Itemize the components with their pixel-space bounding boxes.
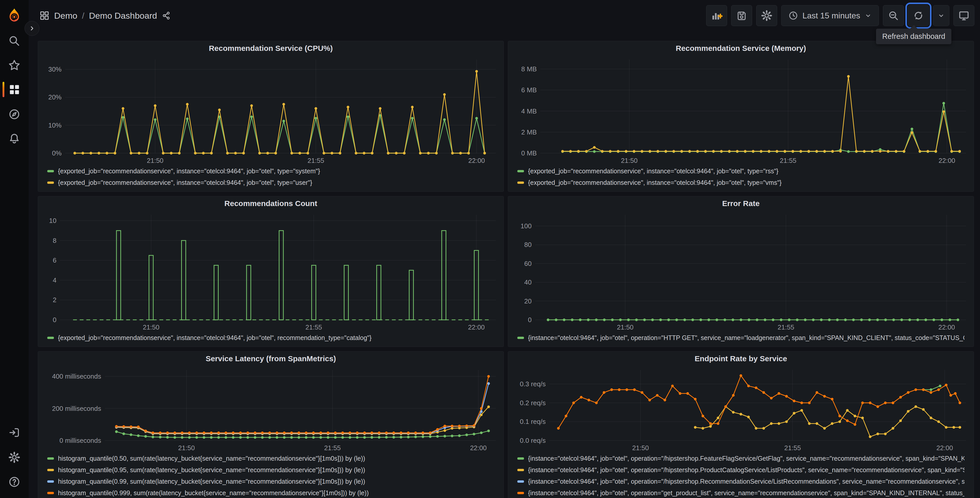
breadcrumb-section[interactable]: Demo bbox=[54, 11, 77, 21]
breadcrumb-separator: / bbox=[82, 11, 84, 21]
panel-legend: {exported_job="recommendationservice", i… bbox=[38, 332, 504, 346]
panel-legend: {instance="otelcol:9464", job="otel", op… bbox=[508, 453, 974, 498]
svg-text:6 MB: 6 MB bbox=[521, 86, 537, 94]
dashboard-panel: Recommendation Service (CPU%) 21:5021:55… bbox=[38, 41, 504, 192]
legend-item[interactable]: {exported_job="recommendationservice", i… bbox=[47, 165, 494, 177]
sidebar-item-explore[interactable] bbox=[0, 105, 29, 123]
zoom-out-button[interactable] bbox=[883, 5, 904, 26]
legend-swatch bbox=[47, 170, 54, 172]
svg-text:10%: 10% bbox=[48, 121, 62, 129]
share-icon[interactable] bbox=[162, 11, 171, 20]
tooltip: Refresh dashboard bbox=[876, 29, 951, 44]
svg-text:21:50: 21:50 bbox=[632, 444, 649, 452]
time-range-picker[interactable]: Last 15 minutes bbox=[781, 5, 879, 26]
legend-item[interactable]: histogram_quantile(0.99, sum(rate(latenc… bbox=[47, 476, 494, 487]
legend-label: {exported_job="recommendationservice", i… bbox=[58, 168, 320, 175]
legend-item[interactable]: histogram_quantile(0.50, sum(rate(latenc… bbox=[47, 453, 494, 464]
svg-text:0 MB: 0 MB bbox=[521, 149, 537, 157]
svg-text:21:55: 21:55 bbox=[778, 323, 794, 331]
svg-text:22:00: 22:00 bbox=[468, 157, 485, 164]
panel-title[interactable]: Recommendation Service (CPU%) bbox=[38, 41, 504, 56]
sidebar-item-favorites[interactable] bbox=[0, 56, 29, 74]
legend-label: {exported_job="recommendationservice", i… bbox=[528, 168, 778, 175]
panel-title[interactable]: Endpoint Rate by Service bbox=[508, 351, 974, 366]
chevron-right-icon bbox=[29, 26, 35, 31]
legend-swatch bbox=[47, 457, 54, 460]
active-indicator bbox=[3, 82, 4, 97]
legend-item[interactable]: {exported_job="recommendationservice", i… bbox=[47, 332, 494, 343]
svg-text:21:55: 21:55 bbox=[308, 157, 324, 164]
legend-swatch bbox=[517, 182, 524, 184]
refresh-icon bbox=[913, 10, 924, 21]
svg-text:21:55: 21:55 bbox=[324, 444, 341, 452]
legend-label: {exported_job="recommendationservice", i… bbox=[58, 334, 371, 342]
legend-item[interactable]: {instance="otelcol:9464", job="otel", op… bbox=[517, 476, 964, 487]
svg-text:22:00: 22:00 bbox=[936, 444, 953, 452]
panel-title[interactable]: Error Rate bbox=[508, 196, 974, 211]
legend-swatch bbox=[517, 170, 524, 172]
dashboard-panel: Error Rate 21:5021:5522:00020406080100 {… bbox=[508, 196, 974, 347]
svg-text:80: 80 bbox=[524, 241, 531, 249]
legend-label: {instance="otelcol:9464", job="otel", op… bbox=[528, 489, 964, 497]
panel-legend: {exported_job="recommendationservice", i… bbox=[38, 165, 504, 190]
top-nav: Demo / Demo Dashboard bbox=[29, 0, 980, 31]
save-dashboard-button[interactable] bbox=[731, 5, 752, 26]
dashboard-toolbar: Last 15 minutes bbox=[706, 5, 974, 26]
svg-text:8: 8 bbox=[53, 237, 56, 244]
svg-text:21:55: 21:55 bbox=[784, 444, 801, 452]
legend-item[interactable]: {exported_job="recommendationservice", i… bbox=[517, 177, 964, 188]
legend-swatch bbox=[47, 337, 54, 339]
legend-item[interactable]: {exported_job="recommendationservice", i… bbox=[517, 165, 964, 177]
save-icon bbox=[736, 10, 747, 21]
panel-chart: 21:5021:5522:000246810 bbox=[38, 211, 504, 332]
add-panel-button[interactable] bbox=[706, 5, 727, 26]
svg-text:21:50: 21:50 bbox=[621, 157, 638, 164]
legend-item[interactable]: histogram_quantile(0.95, sum(rate(latenc… bbox=[47, 464, 494, 476]
sidebar-item-alerting[interactable] bbox=[0, 129, 29, 148]
svg-text:400 milliseconds: 400 milliseconds bbox=[52, 372, 101, 380]
legend-item[interactable]: {instance="otelcol:9464", job="otel", op… bbox=[517, 464, 964, 476]
legend-label: {exported_job="recommendationservice", i… bbox=[58, 179, 312, 186]
svg-text:21:55: 21:55 bbox=[780, 157, 796, 164]
breadcrumb-page[interactable]: Demo Dashboard bbox=[89, 11, 157, 21]
clock-icon bbox=[788, 11, 799, 21]
panel-legend: {exported_job="recommendationservice", i… bbox=[508, 165, 974, 190]
kiosk-mode-button[interactable] bbox=[953, 5, 974, 26]
svg-text:21:50: 21:50 bbox=[617, 323, 633, 331]
sidebar-item-dashboards[interactable] bbox=[0, 80, 29, 99]
sidebar-item-sign-in[interactable] bbox=[0, 423, 29, 442]
svg-text:0 milliseconds: 0 milliseconds bbox=[59, 437, 101, 444]
svg-text:22:00: 22:00 bbox=[939, 157, 955, 164]
dashboard-settings-button[interactable] bbox=[756, 5, 777, 26]
dashboard-panel: Recommendation Service (Memory) 21:5021:… bbox=[508, 41, 974, 192]
sidebar-item-search[interactable] bbox=[0, 32, 29, 50]
svg-text:20: 20 bbox=[524, 297, 531, 305]
svg-text:0: 0 bbox=[53, 316, 56, 324]
grafana-flame-icon bbox=[6, 7, 22, 23]
panel-title[interactable]: Service Latency (from SpanMetrics) bbox=[38, 351, 504, 366]
refresh-interval-dropdown[interactable] bbox=[933, 5, 949, 26]
sidebar-item-help[interactable] bbox=[0, 473, 29, 491]
svg-text:100: 100 bbox=[521, 222, 531, 230]
refresh-dashboard-button[interactable] bbox=[908, 5, 929, 26]
panel-title[interactable]: Recommendations Count bbox=[38, 196, 504, 211]
star-icon bbox=[8, 59, 21, 71]
legend-label: {instance="otelcol:9464", job="otel", op… bbox=[528, 466, 964, 474]
legend-swatch bbox=[47, 469, 54, 471]
sidebar-item-settings[interactable] bbox=[0, 448, 29, 466]
panel-chart: 21:5021:5522:000.0 req/s0.1 req/s0.2 req… bbox=[508, 366, 974, 453]
grafana-logo[interactable] bbox=[0, 6, 29, 24]
svg-text:0.3 req/s: 0.3 req/s bbox=[520, 380, 546, 388]
panel-legend: histogram_quantile(0.50, sum(rate(latenc… bbox=[38, 453, 504, 498]
legend-item[interactable]: histogram_quantile(0.999, sum(rate(laten… bbox=[47, 487, 494, 498]
legend-item[interactable]: {instance="otelcol:9464", job="otel", op… bbox=[517, 332, 964, 343]
bell-icon bbox=[8, 132, 21, 145]
legend-item[interactable]: {exported_job="recommendationservice", i… bbox=[47, 177, 494, 188]
dashboard-panel: Endpoint Rate by Service 21:5021:5522:00… bbox=[508, 351, 974, 498]
panel-chart: 21:5021:5522:000 MB2 MB4 MB6 MB8 MB bbox=[508, 56, 974, 165]
expand-sidebar-button[interactable] bbox=[24, 21, 39, 36]
legend-swatch bbox=[517, 492, 524, 494]
svg-text:0.0 req/s: 0.0 req/s bbox=[520, 437, 546, 444]
legend-item[interactable]: {instance="otelcol:9464", job="otel", op… bbox=[517, 453, 964, 464]
legend-item[interactable]: {instance="otelcol:9464", job="otel", op… bbox=[517, 487, 964, 498]
